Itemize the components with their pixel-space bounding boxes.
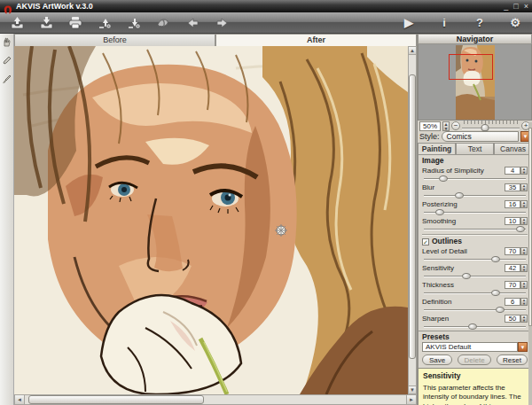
radius-value[interactable]: 4 — [505, 167, 520, 175]
posterizing-value[interactable]: 16 — [505, 200, 520, 208]
style-label: Style: — [419, 132, 440, 141]
brush-tool-icon[interactable] — [2, 74, 12, 84]
reset-preset-button[interactable]: Reset — [497, 354, 528, 365]
style-row: Style: Comics ▼ — [418, 131, 532, 142]
posterizing-slider-thumb[interactable] — [435, 209, 444, 215]
blur-slider-thumb[interactable] — [455, 192, 464, 199]
sensitivity-spinner[interactable]: ▲▼ — [520, 264, 528, 272]
delete-preset-button[interactable]: Delete — [458, 354, 490, 365]
scroll-right-icon[interactable]: ► — [406, 395, 416, 404]
thickness-spinner[interactable]: ▲▼ — [520, 281, 528, 289]
tab-painting[interactable]: Painting — [418, 143, 456, 154]
navigator-frame[interactable] — [449, 54, 493, 80]
scroll-left-icon[interactable]: ◄ — [15, 395, 25, 404]
tab-after[interactable]: After — [215, 34, 417, 46]
presets-section: Presets AKVIS Default ▼ Save Delete Rese… — [418, 331, 532, 368]
presets-title: Presets — [422, 332, 528, 341]
eyedropper-tool-icon[interactable] — [2, 55, 12, 66]
horizontal-scrollbar[interactable]: ◄ ► — [14, 394, 417, 405]
minimize-button[interactable]: _ — [504, 0, 508, 12]
scroll-up-icon[interactable]: ▲ — [409, 47, 416, 55]
level-of-detail-value[interactable]: 70 — [505, 247, 520, 255]
settings-panel: Navigator — [417, 34, 532, 405]
post-image-icon[interactable] — [97, 15, 113, 30]
artwork-canvas[interactable] — [14, 46, 408, 394]
redo-icon[interactable] — [214, 15, 230, 30]
tab-text[interactable]: Text — [456, 143, 494, 154]
slider-sensitivity: Sensitivity 42 ▲▼ — [422, 263, 528, 279]
title-bar: AKVIS ArtWork v.3.0 _ □ × — [0, 0, 532, 12]
import-settings-icon[interactable] — [126, 15, 142, 30]
tab-before[interactable]: Before — [14, 34, 215, 46]
preferences-icon[interactable]: ⚙ — [507, 15, 523, 30]
save-preset-button[interactable]: Save — [422, 354, 452, 365]
slider-sharpen: Sharpen 50 ▲▼ — [422, 314, 528, 330]
sharpen-spinner[interactable]: ▲▼ — [520, 315, 528, 323]
main-toolbar: ▶ i ? ⚙ — [0, 12, 532, 34]
smoothing-spinner[interactable]: ▲▼ — [520, 217, 528, 225]
view-tabs: Before After — [14, 34, 417, 46]
navigator-title: Navigator — [418, 34, 532, 44]
hint-title: Sensitivity — [423, 371, 527, 380]
zoom-value[interactable]: 50% — [419, 121, 441, 131]
close-button[interactable]: × — [524, 0, 528, 12]
print-icon[interactable] — [67, 15, 83, 30]
style-select[interactable]: Comics — [442, 131, 519, 142]
smudge-tool-icon[interactable] — [155, 15, 171, 30]
run-processing-icon[interactable]: ▶ — [401, 15, 417, 30]
vertical-scroll-thumb[interactable] — [409, 74, 416, 359]
definition-value[interactable]: 6 — [505, 298, 520, 306]
vertical-scrollbar[interactable]: ▲ ▼ — [408, 46, 417, 394]
scroll-down-icon[interactable]: ▼ — [409, 386, 416, 393]
horizontal-scroll-thumb[interactable] — [28, 395, 204, 404]
blur-value[interactable]: 35 — [505, 183, 520, 191]
slider-level-of-detail: Level of Detail 70 ▲▼ — [422, 246, 528, 262]
sharpen-slider-thumb[interactable] — [468, 323, 477, 330]
tab-canvas[interactable]: Canvas — [494, 143, 532, 154]
open-image-icon[interactable] — [9, 15, 25, 30]
smoothing-slider-thumb[interactable] — [516, 226, 525, 232]
slider-posterizing: Posterizing 16 ▲▼ — [422, 199, 528, 215]
sensitivity-slider-thumb[interactable] — [462, 273, 471, 279]
preset-dropdown-icon[interactable]: ▼ — [518, 342, 528, 352]
outlines-checkbox[interactable]: ✓ — [422, 238, 429, 245]
level-of-detail-spinner[interactable]: ▲▼ — [520, 247, 528, 255]
blur-spinner[interactable]: ▲▼ — [520, 183, 528, 191]
zoom-slider-thumb[interactable] — [481, 124, 489, 131]
zoom-spinner[interactable]: ▲▼ — [442, 121, 450, 131]
definition-slider-thumb[interactable] — [496, 307, 505, 313]
radius-slider-thumb[interactable] — [439, 175, 448, 182]
akvis-logo-icon — [4, 2, 12, 11]
undo-icon[interactable] — [184, 15, 200, 30]
panel-scrollbar[interactable] — [528, 122, 532, 405]
maximize-button[interactable]: □ — [513, 0, 518, 12]
panel-tabs: Painting Text Canvas — [418, 143, 532, 154]
slider-smoothing: Smoothing 10 ▲▼ — [422, 216, 528, 232]
preset-select[interactable]: AKVIS Default — [422, 342, 518, 352]
level-of-detail-slider-thumb[interactable] — [491, 256, 500, 262]
slider-blur: Blur 35 ▲▼ — [422, 183, 528, 199]
window-title: AKVIS ArtWork v.3.0 — [16, 2, 504, 11]
hint-box: Sensitivity This parameter affects the i… — [418, 368, 532, 405]
save-image-icon[interactable] — [38, 15, 54, 30]
thickness-slider-thumb[interactable] — [491, 290, 500, 296]
posterizing-spinner[interactable]: ▲▼ — [520, 200, 528, 208]
sharpen-value[interactable]: 50 — [505, 315, 520, 323]
tool-strip — [0, 34, 14, 405]
definition-spinner[interactable]: ▲▼ — [520, 298, 528, 306]
zoom-controls: 50% ▲▼ − + — [418, 121, 532, 131]
help-icon[interactable]: ? — [472, 15, 488, 30]
about-program-icon[interactable]: i — [436, 15, 452, 30]
sensitivity-value[interactable]: 42 — [505, 264, 520, 272]
thickness-value[interactable]: 70 — [505, 281, 520, 289]
slider-thickness: Thickness 70 ▲▼ — [422, 280, 528, 296]
slider-definition: Definition 6 ▲▼ — [422, 297, 528, 313]
hand-tool-icon[interactable] — [2, 36, 12, 47]
zoom-out-button[interactable]: − — [451, 121, 460, 130]
navigator-view[interactable] — [418, 44, 532, 121]
radius-spinner[interactable]: ▲▼ — [520, 167, 528, 175]
smoothing-value[interactable]: 10 — [505, 217, 520, 225]
slider-radius-of-simplicity: Radius of Simplicity 4 ▲▼ — [422, 166, 528, 182]
zoom-slider[interactable] — [462, 121, 520, 131]
image-section-title: Image — [422, 156, 528, 165]
